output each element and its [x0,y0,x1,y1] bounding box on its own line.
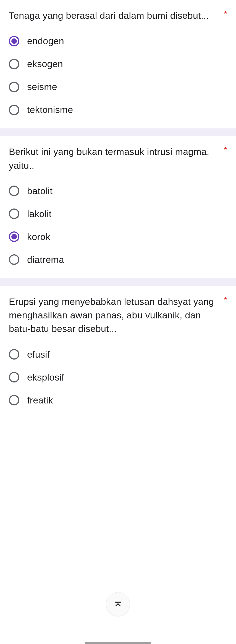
option-batolit[interactable]: batolit [9,186,227,196]
divider [0,128,236,136]
radio-icon [9,395,19,405]
option-seisme[interactable]: seisme [9,81,227,92]
question-card-1: Tenaga yang berasal dari dalam bumi dise… [0,0,236,128]
required-indicator: * [224,295,227,305]
divider [0,278,236,286]
question-text: Erupsi yang menyebabkan letusan dahsyat … [9,295,219,336]
option-label: diatrema [27,254,64,265]
radio-icon [9,349,19,360]
question-header: Erupsi yang menyebabkan letusan dahsyat … [9,295,227,336]
question-text: Tenaga yang berasal dari dalam bumi dise… [9,9,219,22]
question-card-3: Erupsi yang menyebabkan letusan dahsyat … [0,286,236,419]
option-efusif[interactable]: efusif [9,349,227,360]
option-label: endogen [27,36,64,46]
radio-icon [9,59,19,69]
option-lakolit[interactable]: lakolit [9,208,227,219]
option-label: efusif [27,349,50,360]
option-label: batolit [27,186,53,196]
option-diatrema[interactable]: diatrema [9,254,227,265]
option-label: tektonisme [27,104,73,115]
option-label: freatik [27,395,53,406]
question-header: Tenaga yang berasal dari dalam bumi dise… [9,9,227,22]
option-label: eksogen [27,59,63,69]
question-header: Berikut ini yang bukan termasuk intrusi … [9,145,227,172]
question-text: Berikut ini yang bukan termasuk intrusi … [9,145,219,172]
option-freatik[interactable]: freatik [9,395,227,406]
radio-icon [9,186,19,196]
option-label: lakolit [27,208,51,219]
option-eksogen[interactable]: eksogen [9,59,227,69]
option-label: seisme [27,81,57,92]
radio-icon [9,372,19,382]
radio-icon [9,36,19,46]
radio-icon [9,82,19,92]
option-label: eksplosif [27,372,64,383]
radio-icon [9,208,19,219]
options-group: batolit lakolit korok diatrema [9,186,227,265]
required-indicator: * [224,9,227,19]
option-tektonisme[interactable]: tektonisme [9,104,227,115]
radio-icon [9,254,19,265]
required-indicator: * [224,145,227,155]
option-label: korok [27,231,50,242]
radio-icon [9,231,19,242]
option-endogen[interactable]: endogen [9,36,227,46]
options-group: efusif eksplosif freatik [9,349,227,406]
options-group: endogen eksogen seisme tektonisme [9,36,227,115]
option-eksplosif[interactable]: eksplosif [9,372,227,383]
radio-icon [9,105,19,115]
option-korok[interactable]: korok [9,231,227,242]
question-card-2: Berikut ini yang bukan termasuk intrusi … [0,136,236,278]
